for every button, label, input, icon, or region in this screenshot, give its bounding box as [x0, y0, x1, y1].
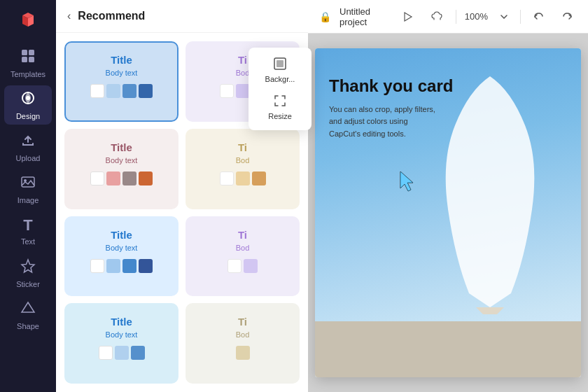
swatch: [227, 259, 241, 273]
swatch: [99, 346, 113, 360]
template-card-4[interactable]: Ti Bod: [186, 129, 300, 209]
sidebar-sticker-label: Sticker: [16, 280, 40, 288]
app-logo[interactable]: [14, 7, 42, 35]
project-title[interactable]: Untitled project: [340, 6, 390, 27]
context-menu-background[interactable]: Backgr...: [248, 52, 312, 89]
panel-header: ‹ Recommend: [56, 0, 308, 33]
sidebar-item-sticker[interactable]: Sticker: [4, 253, 52, 293]
swatch: [131, 346, 145, 360]
swatch: [106, 84, 120, 98]
zoom-dropdown-button[interactable]: [496, 12, 512, 22]
shape-icon: [20, 300, 36, 319]
toolbar-divider-2: [520, 10, 521, 24]
image-icon: [20, 174, 36, 193]
swatch: [90, 259, 104, 273]
card-8-swatches: [236, 346, 250, 360]
card-6-title: Ti: [238, 229, 247, 241]
swatch: [244, 259, 258, 273]
sidebar-item-upload[interactable]: Upload: [4, 127, 52, 167]
card-5-swatches: [90, 259, 153, 273]
card-7-swatches: [99, 346, 145, 360]
card-2-body: Bod: [236, 69, 250, 77]
card-7-title: Title: [111, 316, 132, 328]
cloud-save-button[interactable]: [426, 8, 447, 25]
play-button[interactable]: [398, 8, 418, 25]
design-icon: [20, 90, 36, 109]
swatch: [106, 172, 120, 186]
sidebar-design-label: Design: [16, 112, 40, 120]
redo-button[interactable]: [557, 8, 577, 25]
swatch: [139, 84, 153, 98]
sidebar-item-image[interactable]: Image: [4, 169, 52, 209]
sidebar: Templates Design Upload: [0, 0, 56, 392]
sidebar-item-shape[interactable]: Shape: [4, 295, 52, 335]
background-icon: [274, 57, 286, 73]
card-1-body: Body text: [106, 69, 138, 77]
card-3-title: Title: [111, 141, 132, 153]
template-card-3[interactable]: Title Body text: [64, 129, 178, 209]
swatch: [90, 84, 104, 98]
template-card-5[interactable]: Title Body text: [64, 216, 178, 297]
card-7-body: Body text: [106, 330, 138, 339]
swatch: [90, 172, 104, 186]
card-3-swatches: [90, 172, 153, 186]
canvas-content: Thank you card You can also crop, apply …: [308, 34, 588, 392]
swatch: [122, 172, 136, 186]
template-card-8[interactable]: Ti Bod: [186, 303, 300, 384]
swatch: [220, 84, 234, 98]
swatch: [236, 172, 250, 186]
canvas-toolbar: 🔒 Untitled project 100%: [308, 0, 588, 34]
canvas-area: 🔒 Untitled project 100%: [308, 0, 588, 392]
template-card-1[interactable]: Title Body text: [64, 41, 178, 122]
sidebar-item-text[interactable]: T Text: [4, 211, 52, 251]
card-1-title: Title: [111, 54, 132, 66]
card-8-title: Ti: [238, 316, 247, 328]
sidebar-templates-label: Templates: [10, 70, 46, 78]
panel-back-button[interactable]: ‹: [67, 10, 71, 22]
templates-icon: [20, 48, 36, 67]
sidebar-image-label: Image: [18, 196, 39, 204]
zoom-level: 100%: [465, 11, 488, 22]
svg-rect-2: [22, 57, 27, 62]
sidebar-text-label: Text: [21, 237, 35, 246]
sidebar-item-design[interactable]: Design: [4, 85, 52, 125]
context-background-label: Backgr...: [265, 75, 295, 83]
card-4-body: Bod: [236, 156, 250, 164]
canvas-image: Thank you card You can also crop, apply …: [315, 48, 581, 377]
template-card-7[interactable]: Title Body text: [64, 303, 178, 384]
swatch: [236, 346, 250, 360]
card-4-title: Ti: [238, 141, 247, 153]
card-6-body: Bod: [236, 244, 250, 252]
context-resize-label: Resize: [268, 112, 292, 120]
card-4-swatches: [220, 172, 266, 186]
swatch: [122, 259, 136, 273]
canvas-card[interactable]: Thank you card You can also crop, apply …: [315, 48, 581, 377]
text-icon: T: [23, 216, 32, 234]
template-card-6[interactable]: Ti Bod: [186, 216, 300, 297]
swatch: [220, 172, 234, 186]
card-2-title: Ti: [238, 54, 247, 66]
sidebar-shape-label: Shape: [17, 322, 39, 330]
card-1-swatches: [90, 84, 153, 98]
svg-rect-3: [29, 57, 34, 62]
sidebar-item-templates[interactable]: Templates: [4, 43, 52, 83]
svg-rect-9: [276, 60, 284, 67]
svg-point-5: [26, 96, 30, 100]
swatch: [236, 84, 250, 98]
context-menu-resize[interactable]: Resize: [248, 89, 312, 126]
swatch: [252, 172, 266, 186]
swatch: [122, 84, 136, 98]
undo-button[interactable]: [529, 8, 549, 25]
swatch: [139, 259, 153, 273]
panel-title: Recommend: [78, 10, 145, 22]
upload-icon: [20, 132, 36, 151]
card-8-body: Bod: [236, 330, 250, 339]
card-5-body: Body text: [106, 244, 138, 252]
context-menu: Backgr... Resize: [248, 48, 312, 130]
swatch: [115, 346, 129, 360]
sticker-icon: [20, 258, 36, 277]
resize-icon: [274, 94, 286, 110]
card-3-body: Body text: [106, 156, 138, 164]
toolbar-divider: [456, 10, 456, 24]
card-6-swatches: [227, 259, 258, 273]
